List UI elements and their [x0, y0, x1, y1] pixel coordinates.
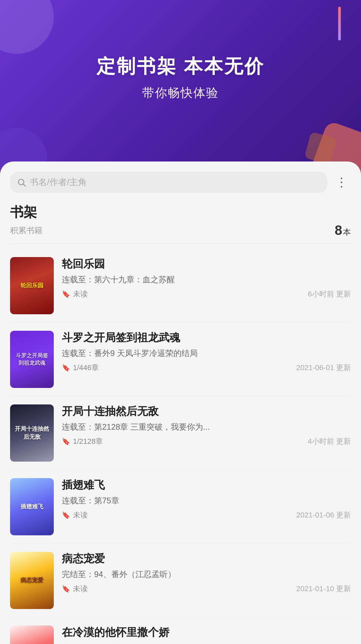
book-read-status-1: 🔖 1/446章 [62, 363, 99, 373]
header-subtitle: 带你畅快体验 [0, 85, 361, 101]
book-title-1: 斗罗之开局签到祖龙武魂 [62, 331, 351, 345]
book-item[interactable]: 轮回乐园 轮回乐园 连载至：第六十九章：血之苏醒 🔖 未读 6小时前 更新 [10, 249, 351, 323]
book-cover-3: 插翅难飞 [10, 478, 54, 535]
cover-label: 斗罗之开局签到祖龙武魂 [10, 331, 54, 388]
book-title-4: 病态宠爱 [62, 552, 351, 566]
book-count-number: 8 [335, 223, 342, 238]
book-status-text-0: 未读 [73, 289, 88, 299]
book-cover-2: 开局十连抽然后无敌 [10, 404, 54, 462]
book-update-time-0: 6小时前 更新 [308, 289, 351, 299]
book-status-text-2: 1/2128章 [73, 436, 103, 446]
cover-label: 开局十连抽然后无敌 [10, 404, 54, 462]
book-status-text-3: 未读 [73, 510, 88, 520]
deco-circle [0, 0, 54, 54]
book-read-status-3: 🔖 未读 [62, 510, 88, 520]
book-progress-5: 完结至：第93章 我有所念人（终） [62, 642, 351, 644]
book-meta-row-2: 🔖 1/2128章 4小时前 更新 [62, 436, 351, 446]
book-meta-row-1: 🔖 1/446章 2021-06-01 更新 [62, 363, 351, 373]
book-title-5: 在冷漠的他怀里撒个娇 [62, 625, 351, 640]
book-progress-4: 完结至：94、番外（江忍孟听） [62, 569, 351, 580]
book-progress-3: 连载至：第75章 [62, 495, 351, 506]
book-count-unit: 本 [343, 227, 351, 237]
book-item[interactable]: 在冷漠的他怀里撒个娇 在冷漠的他怀里撒个娇 完结至：第93章 我有所念人（终） … [10, 617, 351, 644]
section-header: 书架 积累书籍 8本 [10, 203, 351, 244]
svg-line-1 [23, 184, 25, 186]
book-count: 8本 [335, 223, 351, 238]
section-meta: 积累书籍 8本 [10, 223, 351, 244]
main-card: 书名/作者/主角 ⋮ 书架 积累书籍 8本 轮回乐园 轮回乐园 连载至：第六十九… [0, 162, 361, 644]
book-update-time-2: 4小时前 更新 [308, 436, 351, 446]
book-info-2: 开局十连抽然后无敌 连载至：第2128章 三重突破，我要你为... 🔖 1/21… [62, 404, 351, 446]
book-progress-1: 连载至：番外9 天凤斗罗冷逼荣的结局 [62, 348, 351, 359]
cover-label: 在冷漠的他怀里撒个娇 [10, 625, 54, 644]
book-info-1: 斗罗之开局签到祖龙武魂 连载至：番外9 天凤斗罗冷逼荣的结局 🔖 1/446章 … [62, 331, 351, 373]
cover-label: 轮回乐园 [10, 257, 54, 314]
cover-label: 插翅难飞 [10, 478, 54, 535]
search-icon [17, 178, 26, 187]
book-status-text-4: 未读 [73, 584, 88, 594]
book-info-3: 插翅难飞 连载至：第75章 🔖 未读 2021-01-06 更新 [62, 478, 351, 520]
book-title-2: 开局十连抽然后无敌 [62, 404, 351, 419]
header-background: 定制书架 本本无价 带你畅快体验 [0, 0, 361, 175]
book-update-time-3: 2021-01-06 更新 [296, 510, 351, 520]
book-item[interactable]: 插翅难飞 插翅难飞 连载至：第75章 🔖 未读 2021-01-06 更新 [10, 470, 351, 544]
bookmark-icon: 🔖 [62, 290, 70, 298]
book-progress-0: 连载至：第六十九章：血之苏醒 [62, 274, 351, 285]
book-meta-row-3: 🔖 未读 2021-01-06 更新 [62, 510, 351, 520]
bookmark-icon: 🔖 [62, 364, 70, 372]
cover-label: 病态宠爱 [10, 552, 54, 609]
deco-stripe [338, 7, 341, 40]
more-options-icon[interactable]: ⋮ [333, 173, 351, 192]
header-title: 定制书架 本本无价 [0, 54, 361, 79]
book-read-status-0: 🔖 未读 [62, 289, 88, 299]
book-read-status-2: 🔖 1/2128章 [62, 436, 103, 446]
book-meta-row-4: 🔖 未读 2021-01-10 更新 [62, 584, 351, 594]
book-info-5: 在冷漠的他怀里撒个娇 完结至：第93章 我有所念人（终） 🔖 未读 2020-X… [62, 625, 351, 644]
book-item[interactable]: 斗罗之开局签到祖龙武魂 斗罗之开局签到祖龙武魂 连载至：番外9 天凤斗罗冷逼荣的… [10, 323, 351, 396]
header-text-block: 定制书架 本本无价 带你畅快体验 [0, 54, 361, 101]
search-placeholder-text: 书名/作者/主角 [30, 176, 321, 188]
book-progress-2: 连载至：第2128章 三重突破，我要你为... [62, 421, 351, 433]
book-status-text-1: 1/446章 [73, 363, 99, 373]
book-info-4: 病态宠爱 完结至：94、番外（江忍孟听） 🔖 未读 2021-01-10 更新 [62, 552, 351, 594]
book-item[interactable]: 病态宠爱 病态宠爱 完结至：94、番外（江忍孟听） 🔖 未读 2021-01-1… [10, 544, 351, 617]
book-cover-5: 在冷漠的他怀里撒个娇 [10, 625, 54, 644]
book-list: 轮回乐园 轮回乐园 连载至：第六十九章：血之苏醒 🔖 未读 6小时前 更新 斗罗… [10, 249, 351, 644]
book-title-3: 插翅难飞 [62, 478, 351, 492]
book-cover-0: 轮回乐园 [10, 257, 54, 314]
bookmark-icon: 🔖 [62, 585, 70, 593]
book-title-0: 轮回乐园 [62, 257, 351, 271]
book-cover-1: 斗罗之开局签到祖龙武魂 [10, 331, 54, 388]
book-info-0: 轮回乐园 连载至：第六十九章：血之苏醒 🔖 未读 6小时前 更新 [62, 257, 351, 299]
book-update-time-4: 2021-01-10 更新 [296, 584, 351, 594]
book-item[interactable]: 开局十连抽然后无敌 开局十连抽然后无敌 连载至：第2128章 三重突破，我要你为… [10, 396, 351, 470]
search-input-wrapper[interactable]: 书名/作者/主角 [10, 172, 327, 193]
search-bar: 书名/作者/主角 ⋮ [10, 172, 351, 193]
bookmark-icon: 🔖 [62, 511, 70, 519]
bookmark-icon: 🔖 [62, 437, 70, 445]
book-meta-row-0: 🔖 未读 6小时前 更新 [62, 289, 351, 299]
book-read-status-4: 🔖 未读 [62, 584, 88, 594]
section-title: 书架 [10, 203, 351, 221]
book-update-time-1: 2021-06-01 更新 [296, 363, 351, 373]
book-cover-4: 病态宠爱 [10, 552, 54, 609]
section-subtitle: 积累书籍 [10, 225, 42, 236]
